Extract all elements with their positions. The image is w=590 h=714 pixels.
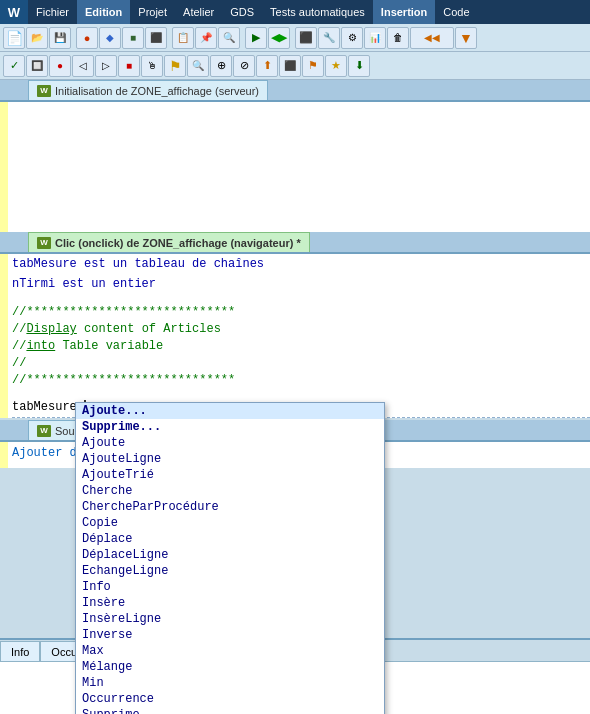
tb-paste[interactable]: 📌 — [195, 27, 217, 49]
code-text-ntirmi: nTirmi est un entier — [12, 275, 156, 293]
tb2-11[interactable]: ⊘ — [233, 55, 255, 77]
tb-b6[interactable]: ◀◀ — [410, 27, 454, 49]
menu-edition[interactable]: Edition — [77, 0, 130, 24]
tb-b1[interactable]: ⬛ — [295, 27, 317, 49]
tb2-5[interactable]: ▷ — [95, 55, 117, 77]
ac-item-deplace-ligne[interactable]: DéplaceLigne — [76, 547, 384, 563]
code-comment1: //***************************** — [12, 304, 590, 321]
code-comment4: // — [12, 355, 590, 372]
autocomplete-dropdown: Ajoute... Supprime... Ajoute AjouteLigne… — [75, 402, 385, 714]
tb2-3[interactable]: ● — [49, 55, 71, 77]
tab-icon-2: W — [37, 237, 51, 249]
tb2-7[interactable]: 🖱 — [141, 55, 163, 77]
ac-item-ajoute-ligne[interactable]: AjouteLigne — [76, 451, 384, 467]
editor-tab-2[interactable]: W Clic (onclick) de ZONE_affichage (navi… — [28, 232, 310, 252]
menu-projet[interactable]: Projet — [130, 0, 175, 24]
tb-b7[interactable]: ▼ — [455, 27, 477, 49]
tb2-14[interactable]: ⚑ — [302, 55, 324, 77]
tb-run1[interactable]: ▶ — [245, 27, 267, 49]
ac-item-supprime-ellipsis[interactable]: Supprime... — [76, 419, 384, 435]
tb2-2[interactable]: 🔲 — [26, 55, 48, 77]
code-comment2-display: Display — [26, 322, 76, 336]
tb-undo[interactable]: ● — [76, 27, 98, 49]
code-comment2-text: // — [12, 322, 26, 336]
ac-item-inverse[interactable]: Inverse — [76, 627, 384, 643]
add-line-text: Ajouter d — [12, 446, 77, 460]
menu-atelier[interactable]: Atelier — [175, 0, 222, 24]
tb-save[interactable]: 💾 — [49, 27, 71, 49]
tb-btn3[interactable]: ◆ — [99, 27, 121, 49]
tb-b4[interactable]: 📊 — [364, 27, 386, 49]
tb2-4[interactable]: ◁ — [72, 55, 94, 77]
left-yellow-strip-2 — [0, 254, 8, 418]
code-comment2-rest: content of Articles — [77, 322, 221, 336]
tb2-1[interactable]: ✓ — [3, 55, 25, 77]
tb2-6[interactable]: ■ — [118, 55, 140, 77]
ac-item-occurrence[interactable]: Occurrence — [76, 691, 384, 707]
ac-item-min[interactable]: Min — [76, 675, 384, 691]
tb-b2[interactable]: 🔧 — [318, 27, 340, 49]
code-line-ntirmi: nTirmi est un entier — [12, 274, 590, 294]
tab-label-1: Initialisation de ZONE_affichage (serveu… — [55, 85, 259, 97]
left-yellow-strip-3 — [0, 442, 8, 468]
code-comment3-b: Table variable — [55, 339, 163, 353]
tb2-15[interactable]: ★ — [325, 55, 347, 77]
ac-item-ajoute-trie[interactable]: AjouteTrié — [76, 467, 384, 483]
tb2-16[interactable]: ⬇ — [348, 55, 370, 77]
code-area[interactable] — [0, 102, 590, 232]
left-yellow-strip — [0, 102, 8, 232]
code-comment5: //***************************** — [12, 372, 590, 389]
menu-bar: Fichier Edition Projet Atelier GDS Tests… — [28, 0, 590, 24]
tb2-10[interactable]: ⊕ — [210, 55, 232, 77]
ac-item-cherche-par-procedure[interactable]: ChercheParProcédure — [76, 499, 384, 515]
tb-open[interactable]: 📂 — [26, 27, 48, 49]
toolbar-row-1: 📄 📂 💾 ● ◆ ■ ⬛ 📋 📌 🔍 ▶ ◀▶ ⬛ 🔧 ⚙ 📊 🗑 ◀◀ ▼ — [0, 24, 590, 52]
toolbar-row-2: ✓ 🔲 ● ◁ ▷ ■ 🖱 ⚑ 🔍 ⊕ ⊘ ⬆ ⬛ ⚑ ★ ⬇ — [0, 52, 590, 80]
tb-run2[interactable]: ◀▶ — [268, 27, 290, 49]
menu-tests[interactable]: Tests automatiques — [262, 0, 373, 24]
app-logo: W — [0, 0, 28, 24]
ac-item-insere[interactable]: Insère — [76, 595, 384, 611]
tb2-12[interactable]: ⬆ — [256, 55, 278, 77]
tb2-13[interactable]: ⬛ — [279, 55, 301, 77]
code-comment3: //into Table variable — [12, 338, 590, 355]
menu-gds[interactable]: GDS — [222, 0, 262, 24]
tb-btn5[interactable]: ⬛ — [145, 27, 167, 49]
menu-insertion[interactable]: Insertion — [373, 0, 435, 24]
tb-copy[interactable]: 📋 — [172, 27, 194, 49]
ac-item-max[interactable]: Max — [76, 643, 384, 659]
code-blank2 — [12, 389, 590, 397]
ac-item-ajoute-ellipsis[interactable]: Ajoute... — [76, 403, 384, 419]
ac-item-insere-ligne[interactable]: InsèreLigne — [76, 611, 384, 627]
tb-b5[interactable]: 🗑 — [387, 27, 409, 49]
tb2-8[interactable]: ⚑ — [164, 55, 186, 77]
ac-item-cherche[interactable]: Cherche — [76, 483, 384, 499]
tb2-9[interactable]: 🔍 — [187, 55, 209, 77]
title-bar: W Fichier Edition Projet Atelier GDS Tes… — [0, 0, 590, 24]
code-line-empty1 — [8, 104, 590, 120]
code-section-2: tabMesure est un tableau de chaînes nTir… — [0, 254, 590, 418]
ac-item-melange[interactable]: Mélange — [76, 659, 384, 675]
tab-icon-3: W — [37, 425, 51, 437]
ac-item-supprime[interactable]: Supprime — [76, 707, 384, 714]
tb-find[interactable]: 🔍 — [218, 27, 240, 49]
tb-btn4[interactable]: ■ — [122, 27, 144, 49]
tb-b3[interactable]: ⚙ — [341, 27, 363, 49]
ac-item-copie[interactable]: Copie — [76, 515, 384, 531]
editor-tab-bar-2: W Clic (onclick) de ZONE_affichage (navi… — [0, 232, 590, 254]
tb-new[interactable]: 📄 — [3, 27, 25, 49]
ac-item-echange-ligne[interactable]: EchangeLigne — [76, 563, 384, 579]
code-line-tabmesure: tabMesure est un tableau de chaînes — [12, 254, 590, 274]
ac-item-info[interactable]: Info — [76, 579, 384, 595]
menu-code[interactable]: Code — [435, 0, 477, 24]
tab-icon-1: W — [37, 85, 51, 97]
menu-fichier[interactable]: Fichier — [28, 0, 77, 24]
code-comment2: //Display content of Articles — [12, 321, 590, 338]
code-comment3-a: // — [12, 339, 26, 353]
bottom-tab-info[interactable]: Info — [0, 641, 40, 661]
code-comment3-into: into — [26, 339, 55, 353]
editor-tab-1[interactable]: W Initialisation de ZONE_affichage (serv… — [28, 80, 268, 100]
editor-wrapper — [0, 102, 590, 232]
ac-item-ajoute[interactable]: Ajoute — [76, 435, 384, 451]
ac-item-deplace[interactable]: Déplace — [76, 531, 384, 547]
